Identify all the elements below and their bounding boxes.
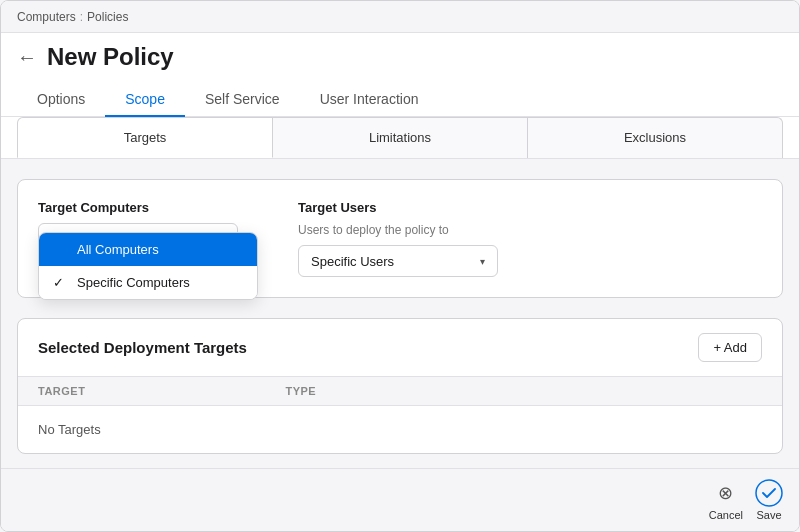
breadcrumb-computers[interactable]: Computers <box>17 10 76 24</box>
back-button[interactable]: ← <box>17 46 37 69</box>
subtab-targets[interactable]: Targets <box>17 117 273 158</box>
cancel-label: Cancel <box>709 509 743 521</box>
col-header-target: TARGET <box>38 385 85 397</box>
target-section: Target Computers All Computers ▾ All Com… <box>17 179 783 298</box>
add-button[interactable]: + Add <box>698 333 762 362</box>
main-window: Computers : Policies ← New Policy Option… <box>0 0 800 532</box>
sub-tabs-bar: Targets Limitations Exclusions <box>1 117 799 159</box>
tab-options[interactable]: Options <box>17 83 105 117</box>
deployment-section: Selected Deployment Targets + Add TARGET… <box>17 318 783 454</box>
deployment-header: Selected Deployment Targets + Add <box>18 319 782 377</box>
tab-self-service[interactable]: Self Service <box>185 83 300 117</box>
target-users-label: Target Users <box>298 200 498 215</box>
cancel-button[interactable]: ⊗ Cancel <box>709 479 743 521</box>
dropdown-item-label: All Computers <box>77 242 159 257</box>
computers-dropdown-menu: All Computers ✓ Specific Computers <box>38 232 258 300</box>
tab-scope[interactable]: Scope <box>105 83 185 117</box>
subtab-exclusions[interactable]: Exclusions <box>527 117 783 158</box>
target-users-dropdown[interactable]: Specific Users ▾ <box>298 245 498 277</box>
target-computers-label: Target Computers <box>38 200 238 215</box>
svg-rect-0 <box>756 480 782 506</box>
save-label: Save <box>756 509 781 521</box>
main-tabs: Options Scope Self Service User Interact… <box>17 83 783 116</box>
footer: ⊗ Cancel Save <box>1 468 799 531</box>
dropdown-item-all-computers[interactable]: All Computers <box>39 233 257 266</box>
breadcrumb: Computers : Policies <box>1 1 799 33</box>
target-users-container: Target Users Users to deploy the policy … <box>298 200 498 277</box>
page-title: New Policy <box>47 43 174 71</box>
subtab-limitations[interactable]: Limitations <box>272 117 528 158</box>
target-users-value: Specific Users <box>311 254 394 269</box>
cancel-icon: ⊗ <box>712 479 740 507</box>
dropdown-item-specific-computers[interactable]: ✓ Specific Computers <box>39 266 257 299</box>
content-area: Target Computers All Computers ▾ All Com… <box>1 159 799 468</box>
save-button[interactable]: Save <box>755 479 783 521</box>
no-targets-message: No Targets <box>18 406 782 453</box>
tab-user-interaction[interactable]: User Interaction <box>300 83 439 117</box>
dropdown-item-label: Specific Computers <box>77 275 190 290</box>
col-header-type: TYPE <box>285 385 316 397</box>
breadcrumb-policies[interactable]: Policies <box>87 10 128 24</box>
breadcrumb-separator: : <box>80 10 83 24</box>
chevron-down-icon: ▾ <box>480 256 485 267</box>
target-computers-container: Target Computers All Computers ▾ All Com… <box>38 200 238 255</box>
deployment-title: Selected Deployment Targets <box>38 339 247 356</box>
target-users-sub-label: Users to deploy the policy to <box>298 223 498 237</box>
check-icon: ✓ <box>53 275 69 290</box>
save-icon <box>755 479 783 507</box>
page-header: ← New Policy Options Scope Self Service … <box>1 33 799 117</box>
table-header-row: TARGET TYPE <box>18 377 782 406</box>
